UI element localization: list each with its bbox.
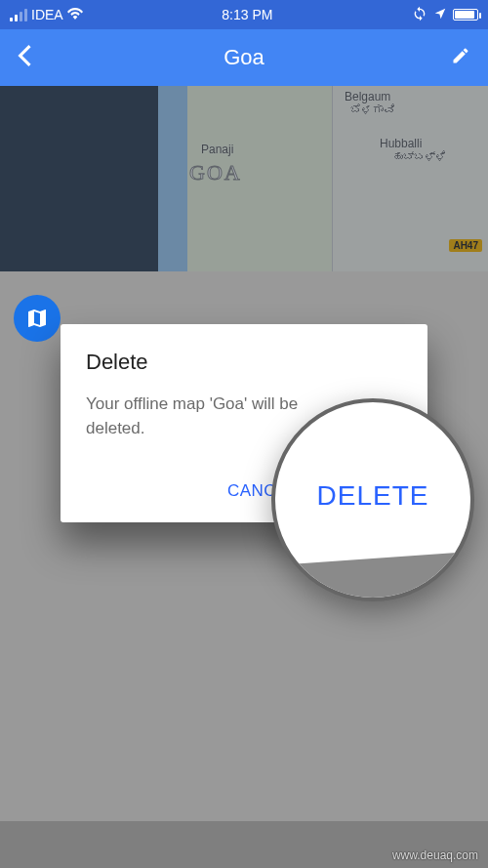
status-right xyxy=(412,6,478,24)
location-arrow-icon xyxy=(433,7,447,23)
highlight-circle: DELETE xyxy=(271,398,474,601)
wifi-icon xyxy=(67,7,83,22)
map-label-hubballi: Hubballi xyxy=(380,137,422,150)
map-label-panaji: Panaji xyxy=(201,143,233,156)
watermark: www.deuaq.com xyxy=(392,848,478,862)
dialog-title: Delete xyxy=(86,350,402,375)
nav-bar: Goa xyxy=(0,29,488,86)
page-title: Goa xyxy=(0,45,488,70)
map-label-hubballi-native: ಹುಬ್ಬಳ್ಳಿ xyxy=(391,150,446,162)
status-bar: IDEA 8:13 PM xyxy=(0,0,488,29)
road-tag: AH47 xyxy=(449,239,482,252)
clock: 8:13 PM xyxy=(222,7,272,22)
map-label-belgaum: Belgaum xyxy=(345,90,390,103)
map-label-goa: GOA xyxy=(189,160,242,186)
signal-icon xyxy=(10,9,27,21)
battery-icon xyxy=(453,9,478,21)
sync-icon xyxy=(412,6,427,24)
map-badge-icon xyxy=(14,295,61,342)
carrier-label: IDEA xyxy=(31,7,63,22)
highlight-label: DELETE xyxy=(317,480,429,512)
offline-map-preview[interactable]: Panaji GOA Belgaum ಬೆಳಗಾವಿ Hubballi ಹುಬ್… xyxy=(0,86,488,271)
map-label-belgaum-native: ಬೆಳಗಾವಿ xyxy=(350,103,395,115)
status-left: IDEA xyxy=(10,7,83,22)
